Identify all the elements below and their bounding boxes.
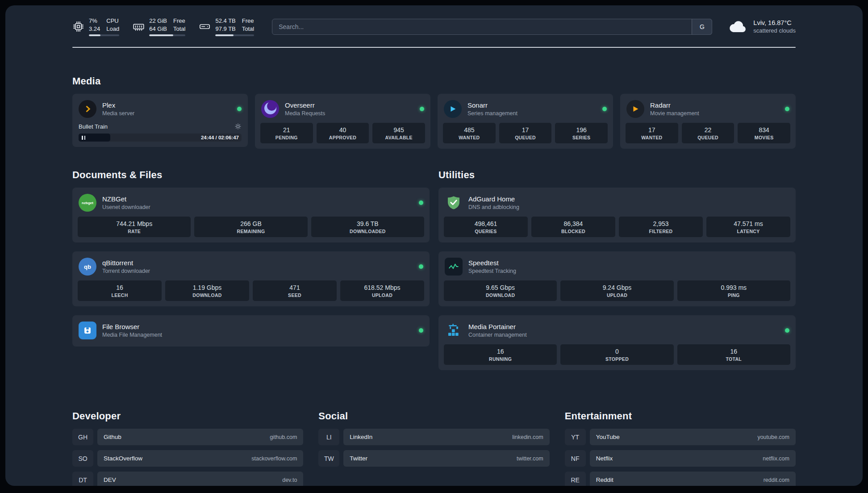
section-title-utilities: Utilities xyxy=(438,169,796,181)
bookmarks-area: Developer GH Github github.com SO StackO… xyxy=(72,410,796,486)
bookmark-abbr: LI xyxy=(318,429,339,445)
stat-tile: 471SEED xyxy=(253,280,337,301)
section-utilities: Utilities AdGuard Home DNS and adblockin… xyxy=(438,169,796,379)
bookmark-link-netflix[interactable]: Netflix netflix.com xyxy=(590,450,796,467)
service-name: Plex xyxy=(102,101,134,109)
status-dot xyxy=(237,107,242,111)
cloud-icon xyxy=(727,20,748,34)
memory-total-value: 64 GiB xyxy=(149,25,167,33)
bookmark-row: NF Netflix netflix.com xyxy=(565,450,796,467)
bookmark-row: LI LinkedIn linkedin.com xyxy=(318,429,549,445)
search-provider-button[interactable]: G xyxy=(692,19,712,35)
service-card-speedtest[interactable]: Speedtest Speedtest Tracking 9.65 GbpsDO… xyxy=(438,251,796,306)
service-card-nzbget[interactable]: nzbget NZBGet Usenet downloader 744.21 M… xyxy=(72,188,430,242)
bookmark-row: SO StackOverflow stackoverflow.com xyxy=(72,450,303,467)
service-card-plex[interactable]: Plex Media server Bullet Train xyxy=(72,94,248,147)
service-name: qBittorrent xyxy=(102,259,150,267)
cpu-load-label: Load xyxy=(106,25,119,33)
bookmarks-social: Social LI LinkedIn linkedin.com TW Twitt… xyxy=(318,410,549,486)
service-card-overseerr[interactable]: Overseerr Media Requests 21PENDING 40APP… xyxy=(255,94,430,149)
bookmark-link-reddit[interactable]: Reddit reddit.com xyxy=(590,472,796,486)
memory-free-value: 22 GiB xyxy=(149,17,167,25)
stat-tile: 498,461QUERIES xyxy=(444,217,528,237)
bookmark-row: RE Reddit reddit.com xyxy=(565,472,796,486)
stat-tile: 196SERIES xyxy=(555,123,608,143)
stat-tile: 618.52 MbpsUPLOAD xyxy=(340,280,424,301)
section-title-documents: Documents & Files xyxy=(72,169,430,181)
stat-tile: 2,953FILTERED xyxy=(619,217,703,237)
gear-icon[interactable] xyxy=(234,123,242,130)
service-card-radarr[interactable]: Radarr Movie management 17WANTED 22QUEUE… xyxy=(620,94,796,149)
cpu-icon xyxy=(72,21,84,33)
stat-tile: 47.571 msLATENCY xyxy=(706,217,790,237)
service-name: AdGuard Home xyxy=(468,195,519,203)
bookmark-link-stackoverflow[interactable]: StackOverflow stackoverflow.com xyxy=(97,450,303,467)
bookmark-row: GH Github github.com xyxy=(72,429,303,445)
stat-tile: 9.24 GbpsUPLOAD xyxy=(560,280,673,301)
service-desc: Media Requests xyxy=(285,110,325,117)
stat-tile: 834MOVIES xyxy=(738,123,790,143)
section-documents: Documents & Files nzbget NZBGet Usenet d… xyxy=(72,169,430,355)
stat-tile: 40APPROVED xyxy=(317,123,369,143)
bookmark-link-youtube[interactable]: YouTube youtube.com xyxy=(590,429,796,445)
service-desc: Usenet downloader xyxy=(102,204,150,210)
stat-tile: 16RUNNING xyxy=(444,344,557,365)
bookmark-abbr: GH xyxy=(72,429,93,445)
hardware-widgets: 7% 3.24 CPU Load xyxy=(72,17,254,36)
bookmark-link-twitter[interactable]: Twitter twitter.com xyxy=(343,450,549,467)
bookmark-link-dev[interactable]: DEV dev.to xyxy=(97,472,303,486)
service-name: Overseerr xyxy=(285,101,325,109)
service-card-adguard[interactable]: AdGuard Home DNS and adblocking 498,461Q… xyxy=(438,188,796,242)
dashboard-content: 7% 3.24 CPU Load xyxy=(5,5,863,486)
memory-free-label: Free xyxy=(173,17,185,25)
stat-tile: 744.21 MbpsRATE xyxy=(78,217,191,237)
memory-total-label: Total xyxy=(173,25,185,33)
memory-progress-bar xyxy=(149,34,185,36)
bookmark-abbr: NF xyxy=(565,450,586,467)
weather-widget: Lviv, 16.87°C scattered clouds xyxy=(727,19,796,34)
section-media: Media Plex Media server Bullet Train xyxy=(72,75,796,149)
status-dot xyxy=(602,107,607,111)
bookmark-link-linkedin[interactable]: LinkedIn linkedin.com xyxy=(343,429,549,445)
weather-condition: scattered clouds xyxy=(753,27,796,34)
disk-total-label: Total xyxy=(242,25,254,33)
section-title-social: Social xyxy=(318,410,549,422)
stat-tile: 0.993 msPING xyxy=(677,280,790,301)
bookmark-row: TW Twitter twitter.com xyxy=(318,450,549,467)
disk-widget: 52.4 TB 97.9 TB Free Total xyxy=(199,17,254,36)
nzbget-icon: nzbget xyxy=(79,194,96,212)
service-card-qbittorrent[interactable]: qb qBittorrent Torrent downloader 16LEEC… xyxy=(72,251,430,306)
status-dot xyxy=(419,264,423,269)
dashboard-panel: 7% 3.24 CPU Load xyxy=(5,5,863,486)
stat-tile: 17QUEUED xyxy=(499,123,552,143)
search-input[interactable] xyxy=(272,19,712,35)
weather-location: Lviv, 16.87°C xyxy=(753,19,796,26)
disk-free-label: Free xyxy=(242,17,254,25)
service-name: Media Portainer xyxy=(468,323,527,330)
bookmarks-entertainment: Entertainment YT YouTube youtube.com NF … xyxy=(565,410,796,486)
pause-button[interactable] xyxy=(79,134,110,142)
disk-progress-bar xyxy=(215,34,254,36)
service-desc: Media server xyxy=(102,110,134,117)
status-dot xyxy=(420,107,424,111)
service-card-filebrowser[interactable]: File Browser Media File Management xyxy=(72,315,430,347)
disk-icon xyxy=(199,21,211,33)
status-dot xyxy=(419,328,423,333)
disk-free-value: 52.4 TB xyxy=(215,17,235,25)
cpu-widget: 7% 3.24 CPU Load xyxy=(72,17,119,36)
cpu-progress-bar xyxy=(89,34,119,36)
stat-tile: 22QUEUED xyxy=(682,123,734,143)
filebrowser-icon xyxy=(79,322,96,339)
section-title-media: Media xyxy=(72,75,796,87)
section-title-entertainment: Entertainment xyxy=(565,410,796,422)
stat-tile: 266 GBREMAINING xyxy=(194,217,307,237)
service-card-sonarr[interactable]: Sonarr Series management 485WANTED 17QUE… xyxy=(438,94,613,149)
playback-progress: 24:44 / 02:06:47 xyxy=(79,134,242,142)
bookmark-row: DT DEV dev.to xyxy=(72,472,303,486)
service-card-portainer[interactable]: Media Portainer Container management 16R… xyxy=(438,315,796,370)
service-name: File Browser xyxy=(102,323,162,330)
adguard-icon xyxy=(445,194,463,212)
bookmark-link-github[interactable]: Github github.com xyxy=(97,429,303,445)
stat-tile: 16TOTAL xyxy=(677,344,790,365)
disk-total-value: 97.9 TB xyxy=(215,25,235,33)
